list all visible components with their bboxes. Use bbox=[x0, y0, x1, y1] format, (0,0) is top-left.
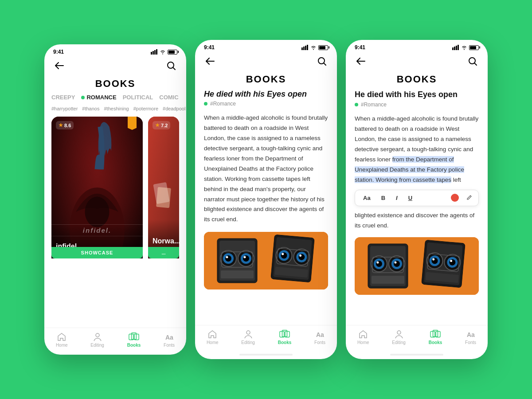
genre-dot-2 bbox=[204, 102, 207, 106]
bold-btn[interactable]: B bbox=[379, 194, 387, 202]
genre-dot-3 bbox=[355, 103, 358, 106]
svg-rect-56 bbox=[454, 47, 455, 50]
svg-rect-58 bbox=[458, 45, 459, 50]
tag-1[interactable]: #thanos bbox=[82, 106, 99, 111]
svg-rect-37 bbox=[221, 270, 254, 278]
nav-bar-1 bbox=[44, 57, 186, 76]
category-romance[interactable]: ROMANCE bbox=[81, 94, 116, 101]
books-svg-2 bbox=[279, 329, 290, 339]
book-card-2[interactable]: ★ 7.2 Norwa... Maria wi... ... bbox=[148, 117, 179, 328]
nav-tab-books-2[interactable]: Books bbox=[278, 330, 292, 345]
bottom-indicator-3 bbox=[390, 354, 443, 356]
category-creepy[interactable]: CREEPY bbox=[51, 94, 75, 101]
nav-tab-home-2[interactable]: Home bbox=[207, 330, 219, 345]
svg-point-35 bbox=[244, 256, 246, 258]
page-title-3: BOOKS bbox=[346, 72, 488, 90]
svg-rect-55 bbox=[452, 47, 454, 50]
svg-rect-1 bbox=[153, 51, 154, 55]
page-title-1: BOOKS bbox=[44, 76, 186, 94]
nav-bar-2 bbox=[195, 52, 337, 72]
signal-icon bbox=[151, 49, 158, 55]
svg-rect-53 bbox=[282, 330, 287, 337]
book-detail-3: He died with his Eyes open #Romance When… bbox=[346, 90, 488, 325]
status-bar-2: 9:41 bbox=[195, 40, 337, 52]
svg-rect-2 bbox=[154, 50, 156, 55]
back-arrow-icon-3 bbox=[356, 58, 365, 65]
svg-point-85 bbox=[397, 331, 401, 334]
showcase-btn-2[interactable]: ... bbox=[148, 247, 179, 258]
book-description-2: When a middle-aged alcoholic is found br… bbox=[204, 113, 328, 225]
svg-rect-88 bbox=[433, 330, 438, 337]
wifi-icon bbox=[160, 49, 166, 55]
nav-tab-fonts-3[interactable]: Aa Fonts bbox=[465, 330, 476, 345]
search-icon-3 bbox=[468, 57, 477, 66]
category-political[interactable]: POLITICAL bbox=[123, 94, 153, 101]
bottom-nav-1: Home Editing bbox=[44, 328, 186, 355]
nav-tab-editing-3[interactable]: Editing bbox=[392, 330, 406, 345]
nav-tab-fonts-1[interactable]: Aa Fonts bbox=[164, 332, 175, 348]
back-button-1[interactable] bbox=[53, 59, 66, 72]
editing-icon-2 bbox=[243, 330, 254, 339]
home-icon-2 bbox=[207, 330, 218, 339]
home-svg-2 bbox=[207, 330, 217, 339]
pencil-icon bbox=[466, 195, 472, 201]
fonts-svg-2: Aa bbox=[315, 330, 325, 339]
svg-point-34 bbox=[243, 255, 249, 262]
book-title-2: Norwa... bbox=[153, 237, 175, 245]
nav-label-editing-1: Editing bbox=[90, 343, 104, 348]
nav-tab-fonts-2[interactable]: Aa Fonts bbox=[314, 330, 325, 345]
signal-icon-3 bbox=[452, 45, 459, 50]
nav-tab-home-1[interactable]: Home bbox=[56, 332, 68, 348]
books-icon-2 bbox=[279, 330, 290, 339]
description-part3-3: blighted existence and discover the agen… bbox=[355, 211, 479, 231]
book-cover-container-2: ★ 7.2 Norwa... Maria wi... ... bbox=[148, 117, 179, 258]
showcase-button[interactable]: SHOWCASE bbox=[51, 247, 143, 258]
tag-3[interactable]: #potermore bbox=[133, 106, 158, 111]
nav-tab-books-1[interactable]: Books bbox=[127, 332, 141, 348]
category-comic[interactable]: COMIC bbox=[159, 94, 178, 101]
italic-btn[interactable]: I bbox=[394, 194, 399, 202]
nav-label-home-1: Home bbox=[56, 343, 68, 348]
nav-bar-3 bbox=[346, 52, 488, 72]
wifi-icon-3 bbox=[461, 45, 467, 50]
bottom-nav-2: Home Editing bbox=[195, 325, 337, 352]
nav-tab-editing-2[interactable]: Editing bbox=[241, 330, 255, 345]
svg-point-66 bbox=[377, 261, 379, 263]
editing-svg-2 bbox=[243, 330, 253, 339]
svg-point-70 bbox=[395, 261, 397, 263]
back-button-2[interactable] bbox=[204, 55, 216, 67]
nav-tab-editing-1[interactable]: Editing bbox=[90, 332, 104, 348]
svg-rect-19 bbox=[307, 45, 308, 50]
search-button-3[interactable] bbox=[466, 55, 479, 67]
status-time-3: 9:41 bbox=[355, 44, 365, 51]
nav-tab-home-3[interactable]: Home bbox=[357, 330, 369, 345]
edit-pen-btn[interactable] bbox=[466, 195, 472, 201]
tab-label-books-2: Books bbox=[278, 340, 292, 345]
tab-label-home-3: Home bbox=[357, 340, 369, 345]
svg-point-31 bbox=[225, 255, 231, 262]
color-picker[interactable] bbox=[451, 194, 459, 202]
active-dot bbox=[81, 96, 85, 99]
book-detail-title-2: He died with his Eyes open bbox=[204, 90, 328, 99]
tag-0[interactable]: #harrypotter bbox=[51, 106, 78, 111]
phone-screen-1: 9:41 bbox=[44, 44, 186, 355]
search-button-2[interactable] bbox=[316, 55, 328, 67]
home-icon-svg bbox=[57, 332, 66, 341]
editing-icon-svg bbox=[93, 332, 102, 341]
book-card-1[interactable]: ★ 8.6 infidel. infidel David gasler S bbox=[51, 117, 143, 328]
nav-tab-books-3[interactable]: Books bbox=[429, 330, 442, 345]
book-image-2 bbox=[204, 232, 328, 289]
back-button-3[interactable] bbox=[355, 55, 367, 67]
svg-text:Aa: Aa bbox=[165, 334, 173, 341]
cassette-art-3 bbox=[355, 237, 479, 295]
screens-container: 9:41 bbox=[35, 22, 497, 377]
font-size-btn[interactable]: Aa bbox=[361, 194, 372, 202]
tag-2[interactable]: #theshining bbox=[104, 106, 129, 111]
status-bar-1: 9:41 bbox=[44, 44, 186, 57]
books-icon-active bbox=[129, 332, 139, 341]
tag-4[interactable]: #deadpool bbox=[163, 106, 185, 111]
svg-point-69 bbox=[394, 261, 400, 267]
underline-btn[interactable]: U bbox=[407, 194, 414, 202]
search-button-1[interactable] bbox=[165, 59, 177, 72]
tab-label-editing-2: Editing bbox=[241, 340, 255, 345]
